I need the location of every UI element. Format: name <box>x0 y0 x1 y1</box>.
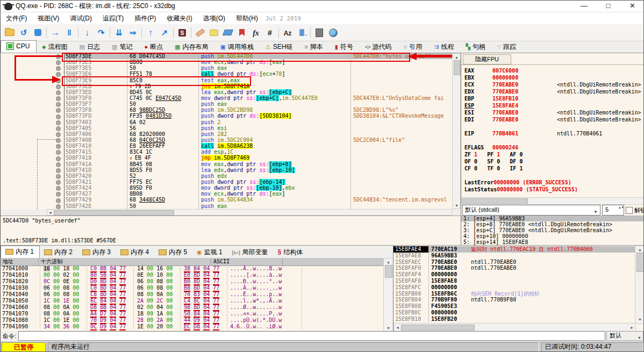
dump-row[interactable]: 770410200C 00 0E 00D0 8D 04 7706 00 08 0… <box>1 278 383 285</box>
disasm-row[interactable]: 5D8F740668 82020000push 282 <box>65 131 452 137</box>
menu-item[interactable]: 帮助(H) <box>231 13 263 24</box>
breakpoint-dot[interactable] <box>56 198 61 203</box>
dump-row[interactable]: 770410501C 00 1E 006C 84 04 772A 00 2C 0… <box>1 298 383 304</box>
run-button[interactable] <box>48 26 62 39</box>
stack-row[interactable]: 15E8FB04770B9F80ntdll.770B9F80 <box>393 297 635 303</box>
disasm-row[interactable]: 5D8F7421FF75 ECpush dword ptr ss:[ebp-14… <box>65 179 452 185</box>
stack-row[interactable]: 15E8FAE4770EAC19返回到 ntdll.770EAC19 自 ntd… <box>393 246 635 253</box>
dump-row[interactable]: 7704103006 00 08 00C0 8D 04 7706 00 08 0… <box>1 285 383 291</box>
maximize-button[interactable]: □ <box>596 1 620 12</box>
argument-row[interactable]: 1: [esp+4] 96A59BB3 <box>461 215 644 221</box>
dump-vscrollbar[interactable]: ▲ ▼ <box>383 258 394 332</box>
disasm-row[interactable]: 5D8F742968 3448C45Dpush im.5DC448345DC44… <box>65 197 452 203</box>
settings-button[interactable] <box>175 26 189 39</box>
breakpoint-dot[interactable] <box>56 204 61 209</box>
disasm-row[interactable]: 5D8F73ED8D45 0Clea eax,dword ptr ss:[ebp… <box>65 89 452 95</box>
tab-seh-chain[interactable]: SEH链 <box>260 41 299 53</box>
open-file-button[interactable] <box>3 26 17 39</box>
register-line[interactable]: EBX00000000 <box>464 74 644 81</box>
register-line[interactable]: ECX770EABE0<ntdll.DbgUiRemoteBreakin> <box>464 81 644 88</box>
breakpoint-dot[interactable] <box>56 150 61 155</box>
comments-button[interactable] <box>207 26 221 39</box>
disasm-row[interactable]: 5D8F741D8D55 F0lea edx,dword ptr ss:[ebp… <box>65 167 452 173</box>
tab-log[interactable]: 日志 <box>74 41 106 53</box>
command-profile-select[interactable]: 默认 <box>606 331 643 341</box>
dump-tab-memory[interactable]: 内存 3 <box>78 247 116 258</box>
trace-into-button[interactable] <box>112 26 126 39</box>
menu-item[interactable]: 插件(P) <box>129 13 161 24</box>
disasm-row[interactable]: 5D8F73F750push eax <box>65 101 452 107</box>
restart-button[interactable] <box>17 26 31 39</box>
register-line[interactable]: OF 0 SF 0 DF 0 <box>464 158 644 165</box>
dump-row[interactable]: 7704101000 00 02 0080 5B 04 770E 00 10 0… <box>1 272 383 278</box>
disasm-row[interactable]: 5D8F742E50push eax <box>65 203 452 209</box>
breakpoint-dot[interactable] <box>56 138 61 143</box>
menu-item[interactable]: 调试(D) <box>65 13 97 24</box>
close-button[interactable] <box>31 26 45 39</box>
stack-row[interactable]: 15E8FB0015E8FB6C指向SEH_Record[1]的指针 <box>393 291 635 297</box>
disassembly-hscrollbar[interactable]: ◄ <box>47 209 452 215</box>
notify-button[interactable] <box>295 26 309 39</box>
dump-row[interactable]: 7704109034 00 36 000C D9 04 771E 00 20 0… <box>1 324 383 330</box>
breakpoint-dot[interactable] <box>56 126 61 131</box>
close-button[interactable]: ✕ <box>620 1 644 12</box>
breakpoint-dot[interactable] <box>56 114 61 119</box>
dump-row[interactable]: 7704106008 00 0A 00D8 8B 04 7702 00 04 0… <box>1 304 383 311</box>
breakpoint-dot[interactable] <box>56 132 61 137</box>
tab-graph[interactable]: 流程图 <box>37 41 74 53</box>
argument-row[interactable]: 2: [esp+8] 770EABE0 <ntdll.DbgUiRemoteBr… <box>461 221 644 227</box>
register-line[interactable]: EAX007C6000 <box>464 67 644 74</box>
menu-item[interactable]: 文件(F) <box>1 13 32 24</box>
disasm-row[interactable]: 5D8F73E550push eax <box>65 65 452 71</box>
dump-row[interactable]: 770410801C 00 1E 0070 D9 04 7728 00 2A 0… <box>1 317 383 324</box>
disasm-row[interactable]: 5D8F7418∨ EB 4Fjmp im.5D8F7469 <box>65 155 452 161</box>
menu-item[interactable]: 选项(O) <box>198 13 231 24</box>
register-line[interactable]: ESP15E8FAE4 <box>464 102 644 109</box>
breakpoint-dot[interactable] <box>56 120 61 125</box>
breakpoint-dot[interactable] <box>56 168 61 173</box>
breakpoint-dot[interactable] <box>56 90 61 95</box>
functions-button[interactable] <box>249 26 263 39</box>
tab-handles[interactable]: 句柄 <box>460 41 491 53</box>
menu-item[interactable]: 视图(V) <box>32 13 65 24</box>
registers-hscrollbar[interactable] <box>461 197 644 205</box>
disassembly-vscrollbar[interactable]: ▲ ▼ <box>452 53 461 209</box>
register-line[interactable]: CF 0 TF 0 IF 1 <box>464 165 644 172</box>
argument-row[interactable]: 3: [esp+C] 770EABE0 <ntdll.DbgUiRemoteBr… <box>461 227 644 233</box>
disasm-row[interactable]: 5D8F741A8B45 08mov eax,dword ptr ss:[ebp… <box>65 161 452 167</box>
dump-row[interactable]: 7704100016 00 18 00C0 8B 04 7714 00 16 0… <box>1 265 383 272</box>
disasm-row[interactable]: 5D8F73FDFF35 0481D35Dpush dword ptr ds:[… <box>65 113 452 119</box>
stack-row[interactable]: 15E8FAF815E8FAE8 <box>393 278 635 284</box>
execute-till-return-button[interactable] <box>144 26 158 39</box>
tab-call-stack[interactable]: 调用堆栈 <box>214 41 260 53</box>
register-line[interactable]: LastError00000000 (ERROR_SUCCESS) <box>464 179 644 186</box>
breakpoint-dot[interactable] <box>56 144 61 149</box>
globe-button[interactable] <box>326 26 340 39</box>
run-to-user-code-button[interactable] <box>158 26 171 39</box>
dump-tab-memory[interactable]: 内存 5 <box>154 247 192 258</box>
tab-memory-map[interactable]: 内存布局 <box>169 41 214 53</box>
dump-tab-memory[interactable]: 内存 4 <box>116 247 154 258</box>
step-into-button[interactable] <box>80 26 94 39</box>
tab-cpu[interactable]: CPU <box>1 40 37 53</box>
calculator-button[interactable] <box>312 26 326 39</box>
dump-tab-struct[interactable]: 结构体 <box>273 247 308 258</box>
tab-breakpoint[interactable]: 断点 <box>139 41 169 53</box>
breakpoint-dot[interactable] <box>56 174 61 179</box>
register-line[interactable]: LastStatus00000000 (STATUS_SUCCESS) <box>464 186 644 193</box>
stack-row[interactable]: 15E8FB0C00000000 <box>393 310 635 316</box>
breakpoint-dot[interactable] <box>56 192 61 197</box>
register-line[interactable] <box>464 123 644 130</box>
stack-row[interactable]: 15E8FB08F45905E3 <box>393 303 635 310</box>
disasm-row[interactable]: 5D8F740B68 04C0C25Dpush im.5DC2C0045DC2C… <box>65 137 452 143</box>
tab-source[interactable]: 源代码 <box>360 41 398 53</box>
calling-convention-select[interactable]: 默认 (stdcall) <box>462 205 600 215</box>
register-line[interactable]: EBP15E8FB10 <box>464 95 644 102</box>
register-line[interactable]: EDI770EABE0<ntdll.DbgUiRemoteBreakin> <box>464 116 644 123</box>
disasm-row[interactable]: 5D8F7410E8 26EEFAFFcall im.5D8A623B <box>65 143 452 149</box>
breakpoint-dot[interactable] <box>56 180 61 185</box>
tab-symbols[interactable]: 符号 <box>330 41 360 53</box>
disasm-row[interactable]: 5D8F742052push edx <box>65 173 452 179</box>
menu-item[interactable]: 收藏夹(I) <box>161 13 197 24</box>
trace-over-button[interactable] <box>126 26 140 39</box>
